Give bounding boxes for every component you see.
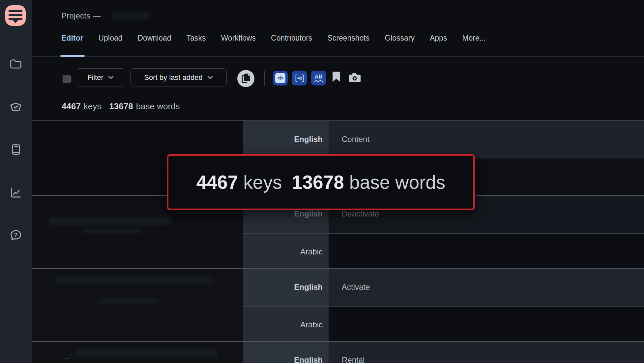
translation-cell[interactable]	[329, 306, 644, 342]
tab-apps[interactable]: Apps	[430, 34, 447, 43]
bookmark-icon[interactable]	[333, 72, 340, 82]
language-cell[interactable]: English	[243, 342, 329, 363]
breadcrumb: Projects —	[61, 11, 101, 20]
redacted-key-text	[82, 228, 142, 233]
tab-upload[interactable]: Upload	[98, 34, 122, 43]
redacted-key-text	[99, 299, 158, 304]
filter-dropdown[interactable]: Filter	[76, 68, 125, 86]
tab-workflows[interactable]: Workflows	[221, 34, 256, 43]
table-row[interactable]: English Rental	[243, 342, 644, 363]
logo-bar	[9, 14, 22, 16]
svg-text:?: ?	[14, 231, 17, 238]
table-row[interactable]: English Activate	[243, 269, 644, 306]
tab-download[interactable]: Download	[137, 34, 171, 43]
key-cell[interactable]	[32, 342, 243, 363]
language-cell[interactable]: Arabic	[243, 233, 329, 269]
table-row[interactable]: English Content	[243, 121, 644, 158]
translation-cell[interactable]	[329, 233, 644, 269]
camera-icon[interactable]	[348, 72, 361, 83]
chevron-down-icon	[207, 76, 213, 79]
stats-zoom-callout: 4467 keys13678 base words	[167, 154, 475, 210]
redacted-key-text	[56, 277, 214, 284]
ab-review-icon: AB	[314, 74, 323, 82]
table-divider	[32, 341, 644, 342]
table-divider	[243, 306, 644, 307]
base-words-label: base words	[136, 101, 180, 112]
table-divider	[32, 268, 644, 269]
translation-cell[interactable]: Content	[329, 121, 644, 158]
callout-keys-label: keys	[238, 171, 282, 193]
tab-bar: Editor Upload Download Tasks Workflows C…	[61, 34, 486, 43]
key-brackets-button[interactable]	[292, 71, 307, 85]
tab-contributors[interactable]: Contributors	[271, 34, 312, 43]
select-all-checkbox[interactable]	[63, 75, 71, 83]
row-checkbox-ghost[interactable]	[62, 350, 71, 359]
project-stats: 4467 keys 13678 base words	[62, 101, 180, 112]
lokalise-logo[interactable]	[5, 5, 26, 26]
logo-flag	[9, 18, 22, 23]
redacted-project-name	[112, 13, 150, 19]
tab-editor[interactable]: Editor	[61, 34, 83, 43]
help-icon[interactable]: ?	[9, 228, 23, 243]
inline-code-button[interactable]: </>	[273, 71, 288, 85]
base-words-count: 13678	[109, 101, 133, 112]
chart-icon[interactable]	[9, 185, 23, 200]
keys-label: keys	[84, 101, 101, 112]
basket-check-icon[interactable]	[9, 99, 23, 114]
table-divider	[32, 120, 644, 121]
sidebar: ?	[0, 0, 32, 363]
language-cell[interactable]: English	[243, 121, 329, 158]
table-row[interactable]: Arabic	[243, 306, 644, 342]
tab-more[interactable]: More...	[462, 34, 486, 43]
chevron-down-icon	[108, 76, 114, 79]
tab-glossary[interactable]: Glossary	[385, 34, 415, 43]
language-cell[interactable]: English	[243, 269, 329, 306]
ab-review-button[interactable]: AB	[311, 71, 326, 85]
table-divider	[243, 233, 644, 234]
tab-tasks[interactable]: Tasks	[187, 34, 206, 43]
callout-base-words-label: base words	[344, 171, 445, 193]
callout-keys-count: 4467	[196, 171, 238, 193]
folder-icon[interactable]	[9, 56, 23, 71]
active-tab-underline	[60, 55, 85, 57]
key-cell[interactable]	[32, 269, 243, 342]
redacted-key-text	[49, 217, 171, 225]
tab-screenshots[interactable]: Screenshots	[327, 34, 369, 43]
header-divider	[32, 56, 644, 57]
keys-count: 4467	[62, 101, 81, 112]
language-cell[interactable]: Arabic	[243, 306, 329, 342]
key-brackets-icon	[295, 73, 305, 83]
redacted-key-text	[76, 348, 218, 357]
duplicate-pages-icon[interactable]	[237, 70, 254, 87]
translation-cell[interactable]: Activate	[329, 269, 644, 306]
toolbar-separator	[264, 71, 265, 86]
translation-cell[interactable]: Rental	[329, 342, 644, 363]
logo-bar	[9, 10, 22, 12]
sort-label: Sort by last added	[144, 73, 202, 82]
table-row[interactable]: Arabic	[243, 233, 644, 269]
sort-dropdown[interactable]: Sort by last added	[130, 68, 227, 86]
app-window: ? Projects — Editor Upload Download Task…	[0, 0, 644, 363]
callout-base-words-count: 13678	[292, 171, 344, 193]
filter-label: Filter	[87, 73, 103, 82]
inline-code-icon: </>	[275, 73, 285, 83]
notebook-icon[interactable]	[9, 142, 23, 157]
